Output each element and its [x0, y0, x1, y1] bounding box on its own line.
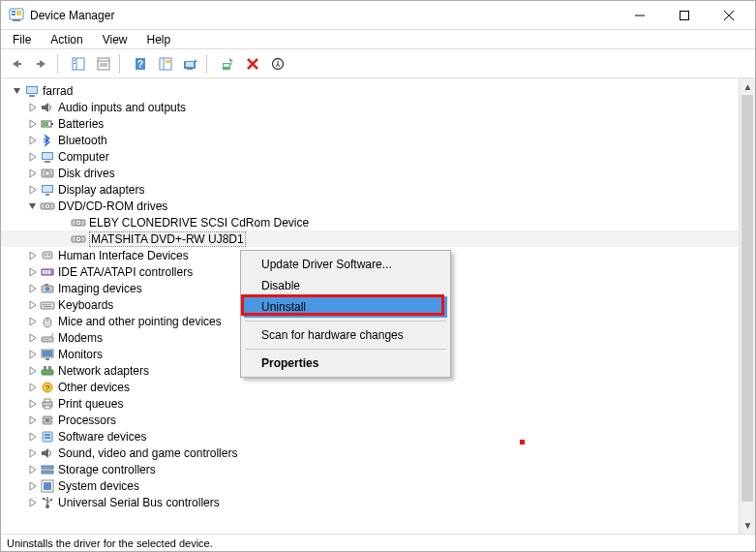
context-uninstall[interactable]: Uninstall: [244, 296, 447, 318]
svg-rect-13: [74, 60, 76, 61]
svg-rect-35: [27, 87, 37, 93]
expand-icon[interactable]: [26, 430, 40, 444]
tree-root[interactable]: farrad: [1, 82, 739, 99]
close-button[interactable]: [707, 2, 751, 29]
expand-icon[interactable]: [26, 117, 40, 131]
context-menu: Update Driver Software... Disable Uninst…: [240, 250, 451, 378]
help-button[interactable]: ?: [129, 52, 152, 76]
tree-category[interactable]: Storage controllers: [1, 461, 739, 477]
svg-rect-42: [43, 153, 52, 159]
expand-placeholder: [57, 216, 71, 230]
collapse-icon[interactable]: [26, 199, 40, 213]
tree-category[interactable]: ?Other devices: [1, 379, 739, 395]
expand-icon[interactable]: [26, 446, 40, 460]
svg-rect-89: [45, 399, 50, 402]
tree-category[interactable]: Batteries: [1, 115, 739, 132]
menu-help[interactable]: Help: [139, 31, 179, 48]
tree-category[interactable]: Display adapters: [1, 181, 739, 198]
expand-icon[interactable]: [26, 479, 40, 493]
back-button[interactable]: [5, 52, 28, 76]
context-properties[interactable]: Properties: [244, 353, 447, 374]
svg-rect-82: [45, 358, 49, 360]
expand-icon[interactable]: [26, 331, 40, 345]
tree-category[interactable]: Print queues: [1, 395, 739, 412]
expand-icon[interactable]: [26, 463, 40, 476]
expand-icon[interactable]: [26, 397, 40, 411]
scroll-thumb[interactable]: [741, 95, 753, 502]
tree-category[interactable]: DVD/CD-ROM drives: [1, 198, 739, 214]
update-driver-button[interactable]: [216, 52, 239, 76]
expand-icon[interactable]: [26, 315, 40, 328]
tree-category[interactable]: Software devices: [1, 428, 739, 445]
svg-rect-10: [37, 63, 41, 65]
tree-category[interactable]: Processors: [1, 412, 739, 428]
expand-icon[interactable]: [26, 265, 40, 279]
context-update-driver[interactable]: Update Driver Software...: [244, 254, 447, 275]
expand-icon[interactable]: [26, 414, 40, 427]
category-label: Print queues: [58, 397, 123, 411]
menu-view[interactable]: View: [95, 31, 136, 48]
tree-device[interactable]: MATSHITA DVD+-RW UJ8D1: [1, 230, 739, 247]
expand-icon[interactable]: [26, 134, 40, 147]
toolbar-separator: [206, 54, 212, 74]
svg-rect-26: [187, 69, 193, 70]
properties-button[interactable]: [92, 52, 115, 76]
expand-icon[interactable]: [26, 496, 40, 509]
expand-icon[interactable]: [26, 282, 40, 295]
menu-action[interactable]: Action: [43, 31, 90, 48]
expand-icon[interactable]: [26, 150, 40, 164]
expand-icon[interactable]: [26, 381, 40, 394]
svg-rect-63: [43, 270, 45, 274]
tree-category[interactable]: Disk drives: [1, 165, 739, 181]
expand-icon[interactable]: [26, 167, 40, 180]
context-scan-hardware[interactable]: Scan for hardware changes: [244, 324, 447, 346]
scroll-down-button[interactable]: ▼: [740, 517, 755, 534]
svg-rect-83: [42, 370, 53, 375]
show-hide-tree-button[interactable]: [67, 52, 90, 76]
disable-button[interactable]: [266, 52, 289, 76]
expand-icon[interactable]: [26, 364, 40, 378]
collapse-icon[interactable]: [11, 84, 24, 98]
tree-category[interactable]: Universal Serial Bus controllers: [1, 494, 739, 510]
svg-rect-92: [45, 418, 49, 422]
scan-hardware-button[interactable]: [179, 52, 202, 76]
sound-icon: [40, 445, 55, 461]
system-icon: [40, 478, 55, 494]
svg-rect-65: [48, 270, 50, 274]
context-separator: [245, 321, 446, 322]
tree-category[interactable]: Sound, video and game controllers: [1, 445, 739, 461]
action-icon-button[interactable]: [154, 52, 177, 76]
context-disable[interactable]: Disable: [244, 275, 447, 296]
svg-rect-3: [16, 11, 21, 15]
scroll-up-button[interactable]: ▲: [740, 78, 755, 95]
svg-point-60: [45, 254, 46, 256]
expand-icon[interactable]: [26, 348, 40, 361]
svg-point-58: [77, 238, 79, 240]
tree-category[interactable]: Computer: [1, 148, 739, 165]
tree-category[interactable]: Bluetooth: [1, 132, 739, 148]
svg-rect-104: [44, 482, 51, 490]
svg-rect-101: [42, 466, 53, 469]
tree-device[interactable]: ELBY CLONEDRIVE SCSI CdRom Device: [1, 214, 739, 230]
category-label: Software devices: [58, 430, 146, 444]
status-bar: Uninstalls the driver for the selected d…: [1, 534, 755, 551]
category-label: Keyboards: [58, 298, 113, 312]
tree-category[interactable]: System devices: [1, 477, 739, 494]
tree-category[interactable]: Audio inputs and outputs: [1, 99, 739, 115]
expand-icon[interactable]: [26, 101, 40, 114]
maximize-button[interactable]: [662, 2, 707, 29]
minimize-button[interactable]: [618, 2, 662, 29]
expand-icon[interactable]: [26, 249, 40, 262]
usb-icon: [40, 495, 55, 510]
uninstall-button[interactable]: [241, 52, 264, 76]
menu-file[interactable]: File: [5, 31, 39, 48]
forward-button[interactable]: [30, 52, 53, 76]
device-label: ELBY CLONEDRIVE SCSI CdRom Device: [89, 216, 309, 230]
category-label: Mice and other pointing devices: [58, 315, 222, 328]
expand-icon[interactable]: [26, 183, 40, 197]
annotation-dot: [520, 440, 525, 445]
expand-icon[interactable]: [26, 298, 40, 312]
category-label: Universal Serial Bus controllers: [58, 496, 220, 509]
category-label: Human Interface Devices: [58, 249, 189, 262]
vertical-scrollbar[interactable]: ▲ ▼: [739, 78, 755, 534]
